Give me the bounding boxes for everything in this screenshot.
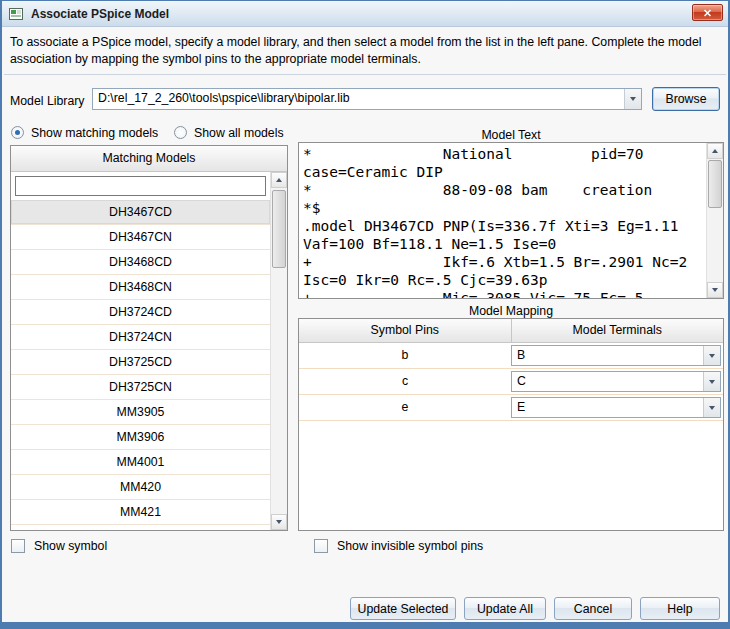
- model-terminal-combo[interactable]: C: [511, 371, 721, 392]
- model-terminal-combo[interactable]: E: [511, 397, 721, 418]
- dropdown-arrow-icon[interactable]: [703, 346, 720, 365]
- model-text-label: Model Text: [298, 128, 724, 142]
- model-library-value: D:\rel_17_2_260\tools\pspice\library\bip…: [93, 89, 624, 109]
- model-mapping-row: cC: [299, 369, 723, 395]
- model-mapping-label: Model Mapping: [298, 304, 724, 318]
- model-mapping-row: bB: [299, 343, 723, 369]
- model-library-label: Model Library: [10, 94, 85, 108]
- dropdown-arrow-icon[interactable]: [703, 372, 720, 391]
- symbol-pin-label: b: [299, 343, 511, 368]
- app-icon: [9, 7, 24, 21]
- model-list-item[interactable]: DH3724CD: [11, 300, 270, 325]
- update-selected-button[interactable]: Update Selected: [350, 597, 456, 620]
- dropdown-arrow-icon[interactable]: [624, 89, 641, 109]
- model-list-item[interactable]: MM4001: [11, 450, 270, 475]
- radio-show-all-models[interactable]: Show all models: [174, 125, 284, 140]
- model-list-item[interactable]: DH3467CD: [11, 200, 270, 225]
- model-terminal-value: C: [512, 372, 703, 391]
- show-invisible-pins-checkbox[interactable]: Show invisible symbol pins: [314, 538, 483, 553]
- scroll-up-button[interactable]: [271, 172, 287, 188]
- radio-selected-icon: [11, 126, 24, 139]
- close-button[interactable]: [692, 4, 723, 21]
- model-list-item[interactable]: DH3725CD: [11, 350, 270, 375]
- radio-label: Show all models: [194, 126, 284, 140]
- model-list-item[interactable]: MM420: [11, 475, 270, 500]
- symbol-pin-label: e: [299, 395, 511, 420]
- associate-pspice-model-dialog: Associate PSpice Model To associate a PS…: [0, 0, 730, 629]
- model-mapping-rows: bBcCeE: [299, 343, 723, 421]
- symbol-pin-label: c: [299, 369, 511, 394]
- model-text-content: * National pid=70 case=Ceramic DIP * 88-…: [303, 145, 705, 298]
- model-library-combo[interactable]: D:\rel_17_2_260\tools\pspice\library\bip…: [92, 88, 642, 110]
- scroll-up-icon: [276, 178, 282, 182]
- model-list-item[interactable]: DH3724CN: [11, 325, 270, 350]
- checkbox-icon: [314, 539, 328, 553]
- show-symbol-checkbox[interactable]: Show symbol: [11, 538, 107, 553]
- button-bar: Update SelectedUpdate AllCancelHelp: [350, 597, 720, 620]
- close-icon: [703, 9, 712, 17]
- model-text-scrollbar[interactable]: [706, 143, 723, 298]
- model-text-area[interactable]: * National pid=70 case=Ceramic DIP * 88-…: [298, 142, 724, 299]
- models-scrollbar[interactable]: [270, 172, 287, 530]
- checkbox-label: Show symbol: [34, 539, 107, 553]
- model-terminal-combo[interactable]: B: [511, 345, 721, 366]
- scroll-down-button[interactable]: [707, 282, 723, 298]
- model-filter-input[interactable]: [15, 176, 266, 196]
- model-list-item[interactable]: DH3467CN: [11, 225, 270, 250]
- scroll-down-button[interactable]: [271, 514, 287, 530]
- model-list-item[interactable]: MM4258: [11, 525, 270, 530]
- window-title: Associate PSpice Model: [31, 7, 169, 21]
- checkbox-label: Show invisible symbol pins: [337, 539, 483, 553]
- instructions-text: To associate a PSpice model, specify a m…: [10, 34, 722, 68]
- model-mapping-row: eE: [299, 395, 723, 421]
- checkbox-icon: [11, 539, 25, 553]
- radio-show-matching-models[interactable]: Show matching models: [11, 125, 158, 140]
- matching-models-pane: Matching Models DH3467CDDH3467CNDH3468CD…: [10, 145, 288, 531]
- browse-button[interactable]: Browse: [652, 87, 720, 111]
- column-model-terminals: Model Terminals: [512, 319, 724, 342]
- scrollbar-thumb[interactable]: [708, 160, 722, 208]
- model-list-item[interactable]: DH3468CN: [11, 275, 270, 300]
- model-list-item[interactable]: MM3906: [11, 425, 270, 450]
- model-list-item[interactable]: DH3725CN: [11, 375, 270, 400]
- divider: [4, 74, 726, 75]
- column-symbol-pins: Symbol Pins: [299, 319, 512, 342]
- scroll-up-button[interactable]: [707, 143, 723, 159]
- cancel-button[interactable]: Cancel: [554, 597, 632, 620]
- model-mapping-header: Symbol Pins Model Terminals: [299, 319, 723, 343]
- update-all-button[interactable]: Update All: [464, 597, 546, 620]
- radio-label: Show matching models: [31, 126, 158, 140]
- radio-unselected-icon: [174, 126, 187, 139]
- scroll-down-icon: [276, 520, 282, 524]
- dropdown-arrow-icon[interactable]: [703, 398, 720, 417]
- scroll-down-icon: [712, 288, 718, 292]
- model-mapping-table: Symbol Pins Model Terminals bBcCeE: [298, 318, 724, 531]
- model-list-item[interactable]: MM3905: [11, 400, 270, 425]
- scrollbar-thumb[interactable]: [272, 190, 286, 268]
- scroll-up-icon: [712, 149, 718, 153]
- model-terminal-value: E: [512, 398, 703, 417]
- matching-models-list: DH3467CDDH3467CNDH3468CDDH3468CNDH3724CD…: [11, 200, 270, 530]
- matching-models-header: Matching Models: [11, 146, 287, 172]
- title-bar[interactable]: Associate PSpice Model: [2, 1, 728, 27]
- model-list-item[interactable]: MM421: [11, 500, 270, 525]
- model-terminal-value: B: [512, 346, 703, 365]
- model-list-item[interactable]: DH3468CD: [11, 250, 270, 275]
- help-button[interactable]: Help: [640, 597, 720, 620]
